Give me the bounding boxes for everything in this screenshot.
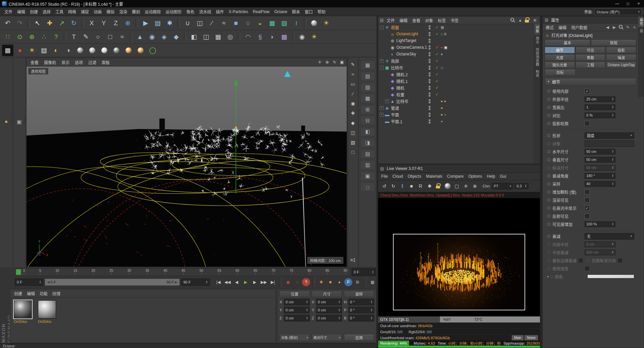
viewport-canvas[interactable] (27, 67, 347, 267)
visibility-dots[interactable] (429, 85, 431, 90)
enable-toggle[interactable]: ✓ (435, 72, 439, 77)
spinner-arrows-icon[interactable]: ▲▼ (525, 184, 527, 188)
nav-back-icon[interactable]: ◀ (604, 24, 611, 30)
slider-left-arrow-icon[interactable]: ◀ (46, 280, 51, 284)
lv-menu-item-3[interactable]: Materials (424, 174, 445, 179)
tool-icon-13[interactable]: ▣ (14, 116, 24, 125)
lathe-icon[interactable]: ◉ (146, 31, 158, 43)
prev-frame-button[interactable]: ◀ (233, 278, 241, 286)
enable-toggle[interactable]: ✓ (435, 66, 439, 70)
collapse-icon[interactable]: − (380, 26, 384, 29)
visibility-dots[interactable] (429, 58, 431, 63)
enable-toggle[interactable]: ✓ (435, 32, 439, 36)
param-input[interactable]: 25 cm▲▼ (585, 96, 615, 102)
octane-logo-icon[interactable]: ▩ (2, 45, 13, 56)
timeline-tick-90[interactable]: 90 (344, 269, 347, 274)
keyframe-dot[interactable] (547, 134, 550, 137)
panel-menu-icon[interactable]: ≡ (631, 24, 638, 30)
enable-toggle[interactable]: ✓ (435, 86, 439, 90)
visibility-dots[interactable] (429, 72, 431, 77)
enable-toggle[interactable]: ✓ (435, 52, 439, 56)
record-pla-toggle[interactable]: ⊞ (353, 278, 361, 286)
main-menu-item-20[interactable]: 窗口 (302, 9, 315, 14)
keyframe-dot[interactable] (550, 275, 553, 278)
main-menu-item-3[interactable]: 选择 (40, 9, 53, 14)
octane-targetted-daylight-icon[interactable]: ◐ (50, 45, 62, 56)
param-input[interactable]: 40▲▼ (585, 181, 615, 187)
param-input[interactable]: 0 cm▲▼ (585, 242, 615, 247)
sky-material-tag[interactable]: ● (441, 52, 443, 56)
spinner-arrows-icon[interactable]: ▲▼ (612, 251, 614, 254)
clay-mode-icon[interactable]: ▢ (453, 182, 461, 190)
keyframe-dot[interactable] (547, 122, 550, 125)
object-name[interactable]: OctaneCamera.1 (396, 45, 427, 50)
keyframe-dot[interactable] (547, 166, 550, 169)
tab-噪波[interactable]: 噪波 (606, 54, 636, 61)
octane-diffuse-material-icon[interactable] (75, 45, 86, 56)
main-menu-item-14[interactable]: 流水线 (197, 9, 213, 14)
modeling-icon-3[interactable]: ▨ (360, 83, 375, 92)
undo-icon[interactable]: ↶ (2, 17, 13, 29)
spinner-arrows-icon[interactable]: ▲▼ (612, 158, 614, 161)
modeling-icon-4[interactable]: ▩ (360, 94, 375, 103)
main-menu-item-17[interactable]: RealFlow (250, 9, 272, 14)
nav-forward-icon[interactable]: ▶ (611, 24, 617, 30)
visibility-dots[interactable] (429, 119, 431, 124)
keyframe-dot[interactable] (547, 182, 550, 185)
timeline-tick-30[interactable]: 30 (128, 269, 131, 274)
slider-right-arrow-icon[interactable]: ▶ (174, 280, 178, 284)
coord-input[interactable]: 0 cm▲▼ (316, 315, 342, 321)
checkbox[interactable] (585, 121, 590, 126)
param-input[interactable]: 0 %▲▼ (585, 113, 615, 118)
keyframe-dot[interactable] (547, 150, 550, 153)
manager-tab[interactable]: 场次 (534, 35, 540, 46)
twist-deformer-icon[interactable]: § (254, 31, 266, 43)
keyframe-dot[interactable] (547, 243, 550, 246)
om-menu-item-3[interactable]: 对象 (423, 17, 435, 23)
mats-menu-item-3[interactable]: 纹理 (50, 291, 63, 296)
keyframe-dot[interactable] (547, 190, 550, 193)
object-name[interactable]: 随机.2 (396, 72, 408, 77)
main-menu-item-5[interactable]: 网格 (66, 9, 79, 14)
sculpt-inflate-icon[interactable]: ◉ (349, 99, 357, 107)
modeling-icon-8[interactable]: ◨ (360, 138, 375, 147)
sculpt-mask-icon[interactable]: ▧ (349, 138, 357, 146)
sculpt-pinch-icon[interactable]: ◆ (349, 119, 357, 127)
octane-light-tag[interactable]: ▮ (441, 32, 443, 36)
attr-menu-item-2[interactable]: 用户数据 (569, 25, 590, 30)
tab-可见[interactable]: 可见 (576, 47, 606, 53)
param-input[interactable]: 100 %▲▼ (585, 221, 615, 227)
mograph-tag[interactable]: ◇ (441, 66, 443, 70)
lv-menu-item-6[interactable]: Help (485, 174, 498, 179)
light-tool-icon[interactable]: ☀ (320, 17, 332, 29)
maximize-button[interactable]: □ (623, 0, 633, 7)
object-row[interactable]: +◈管道● (378, 104, 534, 111)
symmetry-icon[interactable]: ◫ (200, 31, 212, 43)
object-row[interactable]: ◆随机✓ (378, 84, 534, 91)
redo-icon[interactable]: ↷ (14, 17, 26, 29)
coord-input[interactable]: 0 °▲▼ (348, 299, 374, 305)
om-menu-item-5[interactable]: 书签 (448, 17, 461, 23)
checkbox[interactable] (585, 189, 590, 194)
attr-tab[interactable]: 属性 (638, 16, 644, 28)
record-rotation-toggle[interactable]: ● (335, 278, 343, 286)
spinner-arrows-icon[interactable]: ▲▼ (612, 222, 614, 226)
modeling-icon-5[interactable]: ⊞ (360, 105, 375, 114)
modeling-icon-6[interactable]: ⊟ (360, 116, 375, 125)
object-name[interactable]: 平面.1 (391, 119, 402, 124)
rotate-view-icon[interactable]: ↻ (331, 59, 338, 66)
main-menu-item-11[interactable]: 运动跟踪 (142, 9, 163, 14)
pencil-icon[interactable]: ✎ (625, 24, 631, 30)
keyframe-dot[interactable] (547, 235, 550, 238)
coord-input[interactable]: 0 cm▲▼ (284, 299, 310, 305)
om-menu-item-0[interactable]: 文件 (384, 17, 397, 23)
modeling-icon-9[interactable]: ▤ (360, 149, 375, 159)
checkbox[interactable]: ✓ (585, 89, 590, 94)
visibility-dots[interactable] (429, 99, 431, 104)
extrude-icon[interactable]: ▲ (134, 31, 146, 43)
frame-range-slider[interactable]: ◀ 0 F 90 F ▶ (45, 278, 180, 286)
keyframe-dot[interactable] (547, 251, 550, 254)
render-picture-viewer-icon[interactable]: ▤ (152, 17, 163, 29)
spinner-arrows-icon[interactable]: ▲▼ (612, 97, 614, 101)
sculpt-knife-icon[interactable]: ∕ (349, 90, 357, 98)
